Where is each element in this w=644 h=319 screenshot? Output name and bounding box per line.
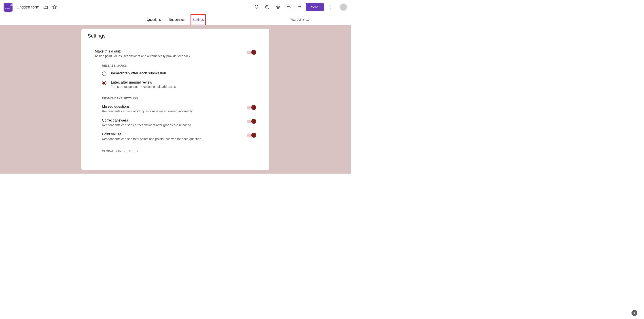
missed-questions-title: Missed questions (102, 105, 247, 109)
release-later-sub: Turns on responses → collect email addre… (111, 85, 176, 88)
puzzle-icon (254, 5, 259, 9)
svg-point-3 (268, 6, 268, 7)
header-actions: Send (252, 3, 347, 12)
svg-point-5 (330, 5, 330, 6)
missed-questions-row: Missed questions Respondents can see whi… (88, 102, 263, 116)
svg-point-2 (267, 6, 268, 6)
point-values-title: Point values (102, 132, 247, 136)
correct-answers-title: Correct answers (102, 118, 247, 122)
tab-settings[interactable]: Settings (192, 15, 205, 24)
global-quiz-defaults-header: GLOBAL QUIZ DEFAULTS (88, 143, 263, 155)
settings-title: Settings (88, 33, 263, 43)
tab-bar: Questions Responses Settings Total point… (0, 14, 350, 25)
send-button[interactable]: Send (306, 3, 324, 11)
tab-questions[interactable]: Questions (146, 15, 162, 24)
star-icon (52, 5, 57, 9)
release-marks-header: RELEASE MARKS (88, 58, 263, 69)
correct-answers-desc: Respondents can see correct answers afte… (102, 123, 247, 127)
make-quiz-row: Make this a quiz Assign point values, se… (88, 49, 263, 58)
svg-point-7 (330, 8, 330, 9)
total-points-label: Total points: 10 (290, 18, 310, 21)
point-values-row: Point values Respondents can see total p… (88, 130, 263, 143)
svg-point-4 (278, 6, 279, 8)
svg-point-0 (266, 5, 269, 9)
release-later-option[interactable]: Later, after manual review Turns on resp… (88, 78, 263, 91)
form-title[interactable]: Untitled form (16, 5, 39, 9)
app-header: Untitled form Send (0, 0, 350, 14)
point-values-toggle[interactable] (247, 134, 256, 137)
undo-icon (286, 5, 291, 9)
preview-button[interactable] (274, 3, 282, 12)
svg-point-1 (266, 6, 266, 7)
forms-logo-icon[interactable] (4, 3, 12, 12)
settings-card: Settings Make this a quiz Assign point v… (82, 28, 269, 170)
folder-icon (43, 5, 48, 9)
eye-icon (276, 5, 280, 9)
respondent-settings-header: RESPONDENT SETTINGS (88, 91, 263, 102)
more-button[interactable] (326, 3, 334, 12)
svg-point-6 (330, 7, 330, 7)
account-avatar[interactable] (340, 3, 347, 11)
canvas-area: Settings Make this a quiz Assign point v… (0, 25, 350, 174)
star-button[interactable] (50, 3, 59, 12)
radio-icon (102, 71, 106, 76)
palette-icon (265, 5, 270, 9)
move-to-folder-button[interactable] (41, 3, 50, 12)
tab-responses[interactable]: Responses (168, 15, 185, 24)
addons-button[interactable] (252, 3, 261, 12)
radio-selected-icon (102, 81, 106, 85)
make-quiz-toggle[interactable] (247, 51, 256, 54)
point-values-desc: Respondents can see total points and poi… (102, 137, 247, 141)
make-quiz-desc: Assign point values, set answers and aut… (95, 54, 247, 58)
redo-button[interactable] (295, 3, 304, 12)
customize-theme-button[interactable] (263, 3, 272, 12)
release-immediate-option[interactable]: Immediately after each submission (88, 69, 263, 78)
correct-answers-toggle[interactable] (247, 120, 256, 123)
correct-answers-row: Correct answers Respondents can see corr… (88, 116, 263, 130)
make-quiz-title: Make this a quiz (95, 49, 247, 53)
undo-button[interactable] (284, 3, 293, 12)
missed-questions-toggle[interactable] (247, 106, 256, 109)
missed-questions-desc: Respondents can see which questions were… (102, 109, 247, 113)
more-vert-icon (328, 5, 332, 9)
release-later-label: Later, after manual review (111, 80, 176, 84)
release-immediate-label: Immediately after each submission (111, 71, 166, 75)
redo-icon (297, 5, 302, 9)
